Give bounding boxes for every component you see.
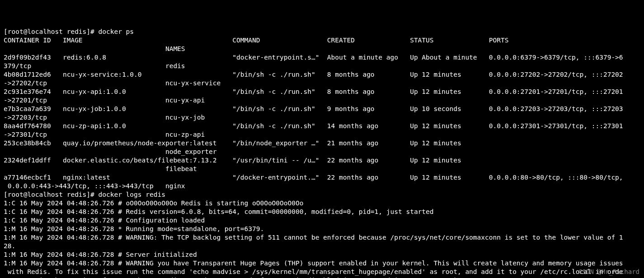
- terminal-line: node_exporter: [4, 148, 216, 155]
- terminal-output: [root@localhost redis]# docker ps CONTAI…: [4, 28, 640, 278]
- terminal-line: 2c931e376e74 ncu-yx-api:1.0.0 "/bin/sh -…: [4, 88, 623, 95]
- terminal-line: 2d9f09b2df43 redis:6.0.8 "docker-entrypo…: [4, 54, 623, 61]
- terminal-line: 4b08d1712ed6 ncu-yx-service:1.0.0 "/bin/…: [4, 71, 623, 78]
- terminal-line: 28.: [4, 242, 15, 250]
- terminal-line: 0.0.0.0:443->443/tcp, :::443->443/tcp ng…: [4, 182, 185, 190]
- terminal-line: a77146ecbcf1 nginx:latest "/docker-entry…: [4, 174, 623, 181]
- terminal-line: [root@localhost redis]# docker ps: [4, 28, 134, 35]
- terminal-line: 253ce38b84cb quay.io/prometheus/node-exp…: [4, 139, 461, 147]
- terminal-line: ->27201/tcp ncu-yx-api: [4, 97, 205, 104]
- terminal-line: ->27301/tcp ncu-zp-api: [4, 131, 205, 138]
- terminal-line: ->27203/tcp ncu-yx-job: [4, 114, 205, 121]
- terminal-line: 379/tcp redis: [4, 62, 185, 70]
- terminal-line: CONTAINER ID IMAGE COMMAND CREATED STATU…: [4, 37, 508, 44]
- terminal-line: e7b3caa7a639 ncu-yx-job:1.0.0 "/bin/sh -…: [4, 105, 623, 112]
- terminal-line: with Redis. To fix this issue run the co…: [4, 268, 623, 275]
- terminal-line: 1:C 16 May 2024 04:48:26.726 # Configura…: [4, 217, 205, 224]
- terminal-line: 1:M 16 May 2024 04:48:26.728 # WARNING: …: [4, 234, 623, 241]
- terminal-line: 1:C 16 May 2024 04:48:26.726 # Redis ver…: [4, 208, 434, 215]
- terminal-line: 1:M 16 May 2024 04:48:26.728 * Running m…: [4, 225, 264, 232]
- terminal-line: 1:M 16 May 2024 04:48:26.728 # WARNING y…: [4, 259, 623, 267]
- terminal-line: 2324def1ddff docker.elastic.co/beats/fil…: [4, 157, 461, 164]
- terminal-line: NAMES: [4, 45, 185, 52]
- terminal-line: [root@localhost redis]# docker logs redi…: [4, 191, 165, 198]
- terminal-line: 1:C 16 May 2024 04:48:26.726 # oO0OoO0Oo…: [4, 199, 303, 207]
- terminal-line: ->27202/tcp ncu-yx-service: [4, 79, 221, 87]
- terminal-line: filebeat: [4, 165, 197, 172]
- watermark: CSDN @Mr_Richard: [578, 268, 639, 276]
- terminal-line: 1:M 16 May 2024 04:48:26.728 # Server in…: [4, 251, 197, 258]
- terminal-line: 8aa4df764780 ncu-zp-api:1.0.0 "/bin/sh -…: [4, 122, 623, 130]
